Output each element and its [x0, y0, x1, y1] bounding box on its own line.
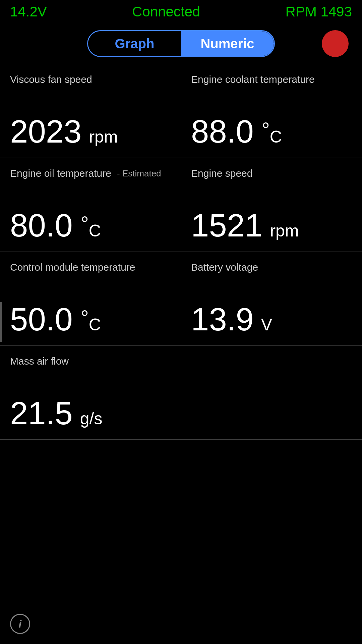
cell-label-row: Engine oil temperature - Estimated	[10, 167, 171, 179]
cell-value: 2023	[10, 115, 82, 148]
data-cell-4[interactable]: Control module temperature 50.0 °C	[0, 252, 181, 346]
cell-value: 21.5	[10, 397, 73, 429]
cell-value: 80.0	[10, 209, 73, 241]
cell-unit: V	[256, 315, 272, 334]
record-button[interactable]	[322, 30, 349, 57]
cell-unit: g/s	[75, 409, 103, 428]
status-bar: 14.2V Connected RPM 1493	[0, 0, 362, 23]
cell-label: Engine oil temperature	[10, 167, 111, 179]
rpm-display: RPM 1493	[286, 4, 352, 20]
cell-unit: °C	[75, 306, 101, 334]
cell-value-row: 2023 rpm	[10, 112, 171, 148]
data-grid: Viscous fan speed 2023 rpm Engine coolan…	[0, 64, 362, 440]
cell-value-row: 21.5 g/s	[10, 394, 171, 429]
data-cell-2[interactable]: Engine oil temperature - Estimated 80.0 …	[0, 158, 181, 252]
cell-value: 13.9	[191, 303, 254, 335]
voltage-display: 14.2V	[10, 4, 47, 20]
numeric-tab[interactable]: Numeric	[181, 31, 274, 56]
cell-value: 1521	[191, 209, 263, 241]
data-cell-7[interactable]	[181, 346, 362, 440]
view-toggle-group: Graph Numeric	[87, 30, 275, 57]
graph-tab[interactable]: Graph	[88, 31, 181, 56]
cell-label: Engine speed	[191, 167, 352, 179]
cell-unit: °C	[75, 212, 101, 240]
cell-unit: °C	[256, 118, 282, 147]
cell-value-row: 80.0 °C	[10, 206, 171, 241]
view-toggle-bar: Graph Numeric	[0, 23, 362, 64]
data-cell-5[interactable]: Battery voltage 13.9 V	[181, 252, 362, 346]
data-cell-3[interactable]: Engine speed 1521 rpm	[181, 158, 362, 252]
cell-value-row: 88.0 °C	[191, 112, 352, 148]
data-cell-0[interactable]: Viscous fan speed 2023 rpm	[0, 64, 181, 158]
cell-value: 88.0	[191, 115, 254, 148]
cell-value: 50.0	[10, 303, 73, 335]
cell-value-row: 13.9 V	[191, 300, 352, 335]
cell-estimated: - Estimated	[115, 168, 161, 179]
cell-label: Mass air flow	[10, 355, 171, 367]
cell-label: Battery voltage	[191, 261, 352, 273]
cell-label: Viscous fan speed	[10, 73, 171, 86]
scrollbar	[0, 302, 2, 342]
connection-status: Connected	[132, 4, 200, 20]
cell-label: Control module temperature	[10, 261, 171, 273]
cell-unit: rpm	[84, 127, 118, 147]
cell-value-row: 50.0 °C	[10, 300, 171, 335]
data-cell-1[interactable]: Engine coolant temperature 88.0 °C	[181, 64, 362, 158]
cell-value-row: 1521 rpm	[191, 206, 352, 241]
cell-unit: rpm	[265, 221, 299, 240]
cell-label: Engine coolant temperature	[191, 73, 352, 86]
data-cell-6[interactable]: Mass air flow 21.5 g/s	[0, 346, 181, 440]
info-button[interactable]: i	[10, 614, 30, 634]
